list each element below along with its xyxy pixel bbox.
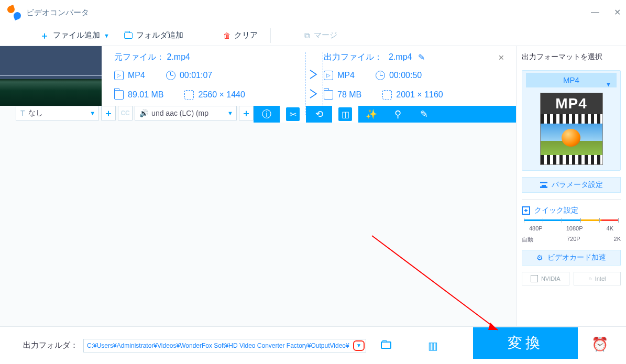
scale-480p: 480P bbox=[529, 225, 543, 231]
effects-button[interactable]: ✨ bbox=[358, 106, 385, 123]
clock-icon bbox=[376, 71, 385, 80]
info-icon: ⓘ bbox=[262, 108, 271, 120]
chevron-down-icon: ▼ bbox=[227, 110, 233, 116]
chevron-down-icon: ▼ bbox=[104, 32, 109, 39]
folder-icon bbox=[381, 341, 391, 349]
format-big-label: MP4 bbox=[541, 93, 602, 114]
arrow-right-icon bbox=[308, 88, 320, 100]
text-icon: T bbox=[20, 109, 25, 117]
schedule-button[interactable]: ⏰ bbox=[589, 334, 610, 355]
divider-dash bbox=[323, 52, 323, 115]
output-folder-value: C:¥Users¥Administrator¥Videos¥WonderFox … bbox=[87, 342, 349, 349]
minimize-button[interactable]: — bbox=[591, 7, 599, 17]
format-card: MP4 ▼ MP4 bbox=[522, 70, 621, 171]
gpu-accel-label: ビデオカード加速 bbox=[547, 253, 606, 262]
filesize-icon bbox=[114, 90, 124, 100]
output-file-name: 2.mp4 bbox=[389, 52, 412, 62]
merge-button[interactable]: ⧉ マージ bbox=[297, 30, 345, 40]
src-duration: 00:01:07 bbox=[180, 71, 212, 80]
file-item-row: 元ファイル： 2.mp4 出力ファイル： 2.mp4 ✎ ▷MP4 00:01:… bbox=[0, 46, 516, 106]
toolbar-separator bbox=[270, 28, 271, 43]
gpu-icon: ⚙ bbox=[536, 253, 543, 262]
format-value: MP4 bbox=[563, 75, 579, 84]
scale-1080p: 1080P bbox=[566, 225, 583, 231]
source-file-name: 2.mp4 bbox=[167, 52, 190, 61]
watermark-icon: ⚲ bbox=[394, 108, 401, 120]
remove-item-button[interactable]: ✕ bbox=[498, 53, 504, 62]
nvidia-icon bbox=[531, 275, 538, 282]
gpu-accel-button[interactable]: ⚙ ビデオカード加速 bbox=[522, 250, 621, 266]
add-file-label: ファイル追加 bbox=[53, 30, 100, 40]
chevron-down-icon: ▼ bbox=[606, 77, 611, 92]
add-file-button[interactable]: ＋ ファイル追加 ▼ bbox=[32, 29, 117, 42]
output-format-title: 出力フォーマットを選択 bbox=[522, 52, 621, 62]
edit-button[interactable]: ✎ bbox=[411, 106, 437, 123]
open-folder-button[interactable] bbox=[381, 339, 391, 351]
gpu-chip-nvidia: NVIDIA bbox=[522, 272, 569, 285]
parameter-settings-button[interactable]: パラメータ設定 bbox=[522, 177, 621, 193]
clock-icon bbox=[166, 71, 175, 80]
src-container: MP4 bbox=[128, 71, 145, 80]
alarm-clock-icon: ⏰ bbox=[591, 336, 608, 352]
quick-settings: クイック設定 480P 1080P 4K 自動 720P 2K bbox=[522, 206, 621, 244]
scale-auto: 自動 bbox=[522, 236, 533, 244]
open-output-button[interactable]: ▥ bbox=[428, 339, 438, 352]
output-folder-dropdown[interactable]: ▼ bbox=[353, 340, 365, 351]
scale-2k: 2K bbox=[614, 236, 621, 244]
convert-button[interactable]: 変換 bbox=[473, 327, 578, 359]
quality-slider[interactable] bbox=[522, 219, 621, 221]
item-action-bar: T なし ▼ ＋ CC 🔊 und aac (LC) (mp ▼ ＋ ⓘ ✂ ⟲… bbox=[0, 106, 516, 123]
main-column: 元ファイル： 2.mp4 出力ファイル： 2.mp4 ✎ ▷MP4 00:01:… bbox=[0, 46, 516, 326]
parameter-label: パラメータ設定 bbox=[552, 180, 603, 190]
audio-track-value: und aac (LC) (mp bbox=[151, 109, 208, 117]
gpu-chip-nvidia-label: NVIDIA bbox=[541, 275, 561, 282]
src-size: 89.01 MB bbox=[128, 90, 163, 100]
clear-label: クリア bbox=[234, 30, 258, 40]
subtitle-select[interactable]: T なし ▼ bbox=[16, 106, 99, 120]
gpu-chip-intel-label: Intel bbox=[595, 275, 606, 282]
scale-720p: 720P bbox=[567, 236, 580, 244]
subtitle-value: なし bbox=[28, 108, 43, 118]
src-resolution: 2560 × 1440 bbox=[198, 90, 245, 100]
convert-label: 変換 bbox=[508, 333, 543, 353]
body-area: 元ファイル： 2.mp4 出力ファイル： 2.mp4 ✎ ▷MP4 00:01:… bbox=[0, 46, 626, 326]
rotate-button[interactable]: ⟲ bbox=[306, 106, 332, 123]
out-duration: 00:00:50 bbox=[389, 71, 422, 80]
video-thumbnail[interactable] bbox=[0, 46, 102, 106]
gpu-chip-intel: ○Intel bbox=[574, 272, 621, 285]
footer: 出力フォルダ： C:¥Users¥Administrator¥Videos¥Wo… bbox=[0, 326, 626, 364]
closed-caption-button[interactable]: CC bbox=[118, 106, 133, 120]
resolution-icon bbox=[382, 90, 392, 100]
effects-icon: ✨ bbox=[366, 108, 377, 120]
source-file-label: 元ファイル： bbox=[114, 52, 164, 61]
add-folder-button[interactable]: フォルダ追加 bbox=[117, 30, 191, 40]
add-subtitle-button[interactable]: ＋ bbox=[101, 106, 116, 120]
sidebar: 出力フォーマットを選択 MP4 ▼ MP4 パラメータ設定 クイック設定 480… bbox=[516, 46, 626, 326]
add-audio-button[interactable]: ＋ bbox=[239, 106, 254, 120]
chevron-down-icon: ▼ bbox=[90, 110, 95, 116]
output-folder-label: 出力フォルダ： bbox=[23, 340, 78, 350]
watermark-button[interactable]: ⚲ bbox=[385, 106, 411, 123]
cut-button[interactable]: ✂ bbox=[280, 106, 306, 123]
crop-button[interactable]: ◫ bbox=[332, 106, 358, 123]
app-title: ビデオコンバータ bbox=[26, 8, 89, 18]
speaker-icon: 🔊 bbox=[139, 109, 148, 117]
file-metadata: 元ファイル： 2.mp4 出力ファイル： 2.mp4 ✎ ▷MP4 00:01:… bbox=[102, 46, 516, 106]
out-container: MP4 bbox=[337, 71, 355, 80]
rename-output-icon[interactable]: ✎ bbox=[418, 52, 425, 62]
close-button[interactable]: ✕ bbox=[614, 7, 621, 17]
crop-icon: ◫ bbox=[338, 107, 352, 121]
rotate-icon: ⟲ bbox=[315, 108, 323, 120]
output-folder-input[interactable]: C:¥Users¥Administrator¥Videos¥WonderFox … bbox=[83, 339, 366, 352]
clear-button[interactable]: 🗑 クリア bbox=[216, 30, 265, 40]
out-size: 78 MB bbox=[337, 90, 361, 100]
output-file-label: 出力ファイル： bbox=[324, 52, 382, 63]
intel-icon: ○ bbox=[588, 275, 592, 282]
filesize-icon bbox=[324, 90, 333, 100]
app-logo-icon bbox=[7, 6, 21, 19]
trash-icon: 🗑 bbox=[223, 31, 230, 40]
main-toolbar: ＋ ファイル追加 ▼ フォルダ追加 🗑 クリア ⧉ マージ bbox=[0, 25, 626, 46]
audio-track-select[interactable]: 🔊 und aac (LC) (mp ▼ bbox=[135, 106, 237, 120]
format-select[interactable]: MP4 ▼ bbox=[526, 73, 617, 87]
info-button[interactable]: ⓘ bbox=[254, 106, 280, 123]
